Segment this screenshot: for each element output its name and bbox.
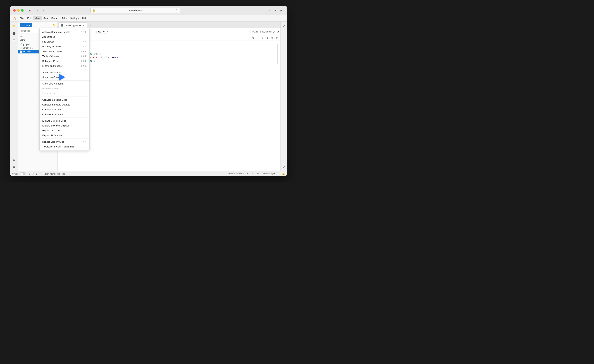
- right-panel-bottom-icon[interactable]: ⚙: [281, 164, 287, 170]
- plus-icon: +: [22, 24, 23, 26]
- chevron-down-icon: ▾: [20, 35, 21, 38]
- icon-sidebar: 📁 ⬤ ☰ ⚙ ⚙: [10, 21, 18, 171]
- menu-item-sessions-tabs[interactable]: Sessions and Tabs ⇧ ⌘ B: [40, 49, 89, 54]
- toc-icon-btn[interactable]: ☰: [11, 37, 17, 43]
- minimize-button[interactable]: [17, 9, 20, 12]
- menu-item-label: Collapse All Outputs: [42, 113, 63, 116]
- folder-icon-btn[interactable]: 📁: [52, 23, 56, 27]
- running-icon-btn[interactable]: ⬤: [11, 30, 17, 36]
- cell-content[interactable]: import time for i in range(100): print("…: [72, 44, 277, 64]
- menu-item-file-browser[interactable]: File Browser ⇧ ⌘ F: [40, 39, 89, 44]
- menu-bar: File Edit View Run Kernel Tabs Settings …: [10, 15, 287, 21]
- menu-item-label: Collapse Selected Code: [42, 98, 67, 101]
- menu-item-label: Property Inspector: [42, 45, 61, 48]
- copy-cell-button[interactable]: ⧉: [251, 36, 256, 40]
- new-tab-button[interactable]: +: [273, 8, 278, 13]
- menu-item-collapse-all-outputs[interactable]: Collapse All Outputs: [40, 112, 89, 117]
- simple-label: Simple: [12, 173, 19, 175]
- menu-item-expand-all-outputs[interactable]: Expand All Outputs: [40, 133, 89, 138]
- menu-item-collapse-all-code[interactable]: Collapse All Code: [40, 107, 89, 112]
- menu-item-property-inspector[interactable]: Property Inspector ⇧ ⌘ U: [40, 44, 89, 49]
- menu-shortcut: ⇧ R: [83, 141, 87, 143]
- menu-view[interactable]: View: [33, 16, 42, 20]
- menu-section-6: Render Side-by-Side ⇧ R Text Editor Synt…: [40, 138, 89, 150]
- right-settings-icon[interactable]: ⚙: [277, 30, 279, 33]
- simple-toggle[interactable]: [20, 172, 26, 175]
- menu-item-label: Extension Manager: [42, 65, 62, 67]
- right-panel-top-icon[interactable]: ⚙: [281, 23, 287, 29]
- menu-item-collapse-selected-outputs[interactable]: Collapse Selected Outputs: [40, 102, 89, 107]
- tab-modified-dot: [79, 25, 81, 26]
- tab-add-button[interactable]: +: [88, 23, 93, 28]
- delete-button[interactable]: 🗑: [274, 36, 279, 40]
- reload-icon[interactable]: ↻: [176, 9, 178, 12]
- menu-item-label: Sessions and Tabs: [42, 50, 62, 53]
- menu-item-text-editor-syntax[interactable]: Text Editor Syntax Highlighting ›: [40, 144, 89, 149]
- menu-settings[interactable]: Settings: [68, 16, 81, 20]
- code-cell[interactable]: [ ] import time for i in range(100): pri…: [61, 44, 278, 65]
- cell-type-arrow: ▾: [107, 31, 109, 33]
- menu-tabs[interactable]: Tabs: [60, 16, 68, 20]
- cell-type-select[interactable]: Code: [94, 30, 106, 34]
- close-button[interactable]: [13, 9, 16, 12]
- tab-close-button[interactable]: ✕: [82, 24, 85, 27]
- menu-item-table-of-contents[interactable]: Table of Contents ⇧ ⌘ K: [40, 54, 89, 59]
- toggle-dot: [21, 173, 23, 175]
- settings-icon[interactable]: ⚙: [249, 31, 251, 33]
- sidebar-right-button[interactable]: ⊟: [279, 8, 284, 13]
- menu-item-expand-all-code[interactable]: Expand All Code: [40, 128, 89, 133]
- forward-button[interactable]: ›: [41, 8, 46, 13]
- right-panel: ⚙ ⚙: [280, 21, 287, 171]
- menu-item-appearance[interactable]: Appearance ›: [40, 34, 89, 39]
- lock-icon: 🔒: [92, 9, 95, 12]
- settings-icon-btn[interactable]: ⚙: [11, 164, 17, 170]
- menu-item-wrap-words: Wrap Words: [40, 91, 89, 96]
- kernel-info: ⚙ Python 3 (ipykernel): [249, 31, 275, 33]
- status-kernel: Python 3 (ipykernel) | Idle: [43, 173, 65, 175]
- svg-point-1: [13, 19, 14, 20]
- move-up-button[interactable]: ↑: [256, 36, 260, 40]
- menu-run[interactable]: Run: [42, 16, 50, 20]
- menu-item-render-side-by-side[interactable]: Render Side-by-Side ⇧ R: [40, 139, 89, 144]
- menu-item-label: Wrap Words: [42, 92, 55, 95]
- cell-action-bar: ⧉ ↑ ↓ ⬇ ⊟ 🗑: [58, 35, 280, 41]
- maximize-button[interactable]: [21, 9, 24, 12]
- sidebar-toggle-button[interactable]: ⊞: [27, 8, 32, 13]
- menu-help[interactable]: Help: [81, 16, 89, 20]
- menu-section-3: Show Line Numbers Match Brackets Wrap Wo…: [40, 80, 89, 97]
- format-button[interactable]: ⊟: [270, 36, 274, 40]
- menu-section-4: Collapse Selected Code Collapse Selected…: [40, 97, 89, 117]
- download-button[interactable]: ⬇: [265, 36, 270, 40]
- menu-item-extension-manager[interactable]: Extension Manager ⇧ ⌘ X: [40, 64, 89, 68]
- status-bar: Simple 0 ⊟ 1 ⊕ Python 3 (ipykernel) | Id…: [10, 171, 287, 176]
- bell-icon[interactable]: 🔔: [282, 173, 285, 175]
- status-icon2: ⊕: [39, 173, 40, 175]
- new-file-button[interactable]: + + New: [20, 23, 32, 27]
- menu-item-debugger-panel[interactable]: Debugger Panel ⇧ ⌘ E: [40, 59, 89, 64]
- menu-item-label: Expand All Outputs: [42, 134, 62, 137]
- menu-item-label: Table of Contents: [42, 55, 61, 58]
- menu-item-expand-selected-outputs[interactable]: Expand Selected Outputs: [40, 123, 89, 128]
- address-bar[interactable]: 🔒 damodel.com ↻: [90, 8, 180, 13]
- root-label: /: [21, 35, 22, 38]
- chevron-right-icon: ›: [86, 146, 87, 148]
- menu-item-expand-selected-code[interactable]: Expand Selected Code: [40, 118, 89, 123]
- status-notification-count: 1: [278, 173, 279, 175]
- menu-edit[interactable]: Edit: [25, 16, 33, 20]
- menu-kernel[interactable]: Kernel: [50, 16, 60, 20]
- menu-item-label: File Browser: [42, 40, 55, 43]
- notebook-tab[interactable]: 📓 Untitled.ipynb ✕: [58, 22, 88, 28]
- menu-shortcut: ⇧ ⌘ F: [81, 40, 87, 43]
- menu-item-label: Debugger Panel: [42, 60, 59, 62]
- notebook-body: [ ] import time for i in range(100): pri…: [58, 41, 280, 171]
- menu-item-collapse-selected-code[interactable]: Collapse Selected Code: [40, 98, 89, 102]
- menu-file[interactable]: File: [18, 16, 26, 20]
- menu-item-show-line-numbers[interactable]: Show Line Numbers: [40, 81, 89, 86]
- extensions-icon-btn[interactable]: ⚙: [11, 157, 17, 162]
- move-down-button[interactable]: ↓: [260, 36, 265, 40]
- back-button[interactable]: ‹: [35, 8, 40, 13]
- menu-item-activate-command-palette[interactable]: Activate Command Palette ⇧ ⌘ C: [40, 30, 89, 34]
- share-button[interactable]: ⬆: [267, 8, 272, 13]
- status-right: Mode: Command ✓ Ln 1, Col 1 Untitled.ipy…: [228, 173, 285, 175]
- files-icon-btn[interactable]: 📁: [11, 23, 17, 29]
